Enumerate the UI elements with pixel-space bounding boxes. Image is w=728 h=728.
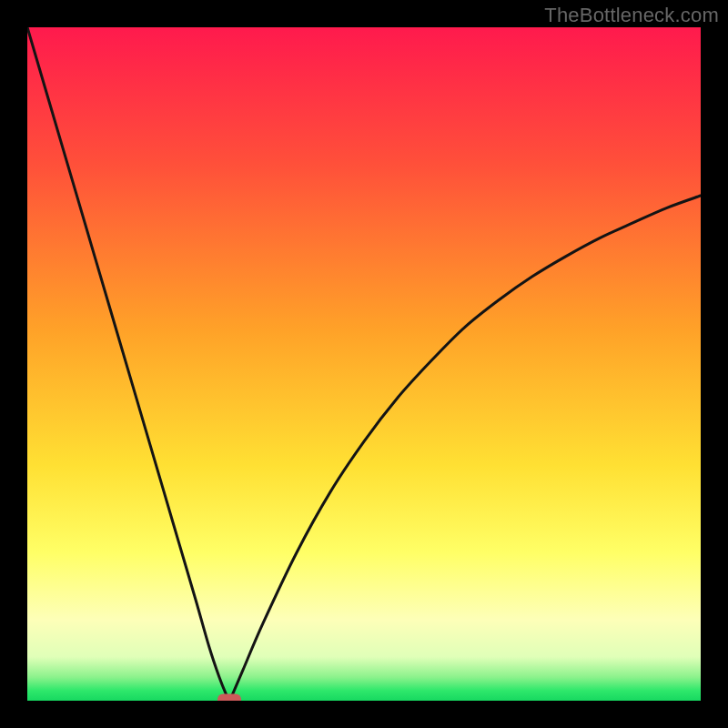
bottleneck-chart <box>27 27 701 701</box>
plot-area <box>27 27 701 701</box>
attribution-text: TheBottleneck.com <box>544 4 719 27</box>
optimal-point-marker <box>217 694 241 702</box>
gradient-background <box>27 27 701 701</box>
chart-frame: TheBottleneck.com <box>0 0 728 728</box>
